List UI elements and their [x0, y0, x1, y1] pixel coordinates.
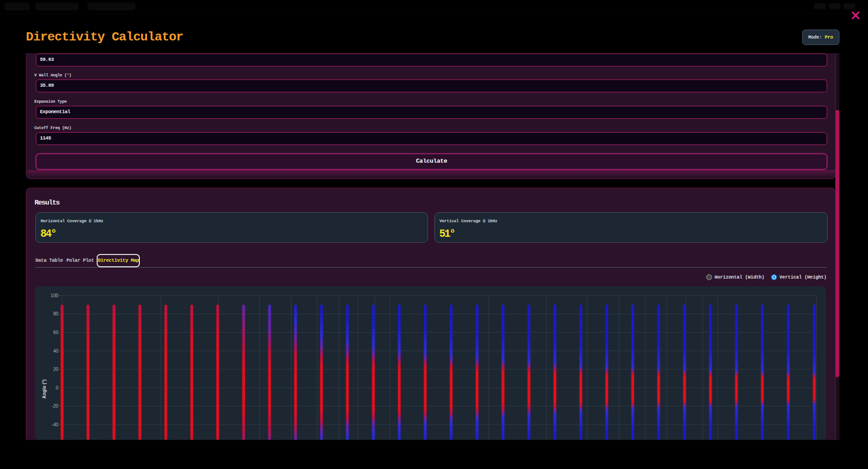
svg-text:20: 20 — [53, 367, 59, 372]
svg-text:-40: -40 — [52, 422, 59, 427]
svg-text:80: 80 — [53, 311, 59, 316]
svg-text:Angle (°): Angle (°) — [42, 379, 47, 399]
svg-text:100: 100 — [51, 293, 59, 298]
svg-text:40: 40 — [53, 349, 59, 354]
svg-text:0: 0 — [56, 385, 59, 390]
svg-text:-20: -20 — [52, 404, 59, 409]
svg-text:60: 60 — [53, 330, 59, 335]
